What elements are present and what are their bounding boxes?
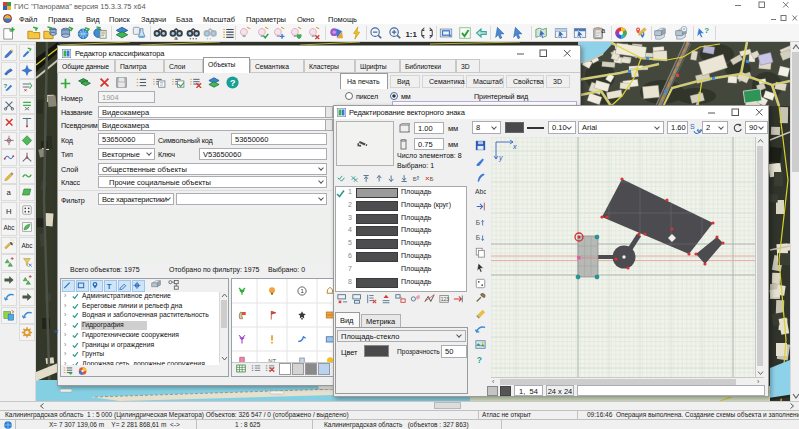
svg-text:?: ? bbox=[704, 26, 709, 35]
svg-text:S: S bbox=[690, 123, 695, 130]
svg-text:a: a bbox=[601, 27, 605, 34]
svg-text:?: ? bbox=[230, 78, 235, 88]
svg-text:?: ? bbox=[3, 83, 7, 89]
svg-text:x: x bbox=[512, 143, 517, 150]
svg-text:a: a bbox=[6, 188, 11, 197]
svg-text:T: T bbox=[107, 282, 112, 290]
svg-text:Abc: Abc bbox=[21, 242, 33, 249]
svg-text:Б: Б bbox=[413, 176, 417, 182]
svg-text:y: y bbox=[498, 154, 503, 162]
svg-text:1: 1 bbox=[301, 288, 305, 294]
svg-text:Abc: Abc bbox=[475, 188, 486, 195]
svg-text:123: 123 bbox=[440, 296, 449, 302]
svg-text:1:1: 1:1 bbox=[405, 30, 417, 39]
svg-text:a: a bbox=[174, 34, 178, 40]
svg-text:?: ? bbox=[477, 355, 482, 365]
svg-text:Б: Б bbox=[429, 176, 433, 182]
svg-text:Б: Б bbox=[476, 234, 481, 241]
svg-text:Б: Б bbox=[476, 219, 481, 226]
svg-text:H: H bbox=[6, 206, 12, 215]
svg-text:Abc: Abc bbox=[3, 224, 15, 231]
